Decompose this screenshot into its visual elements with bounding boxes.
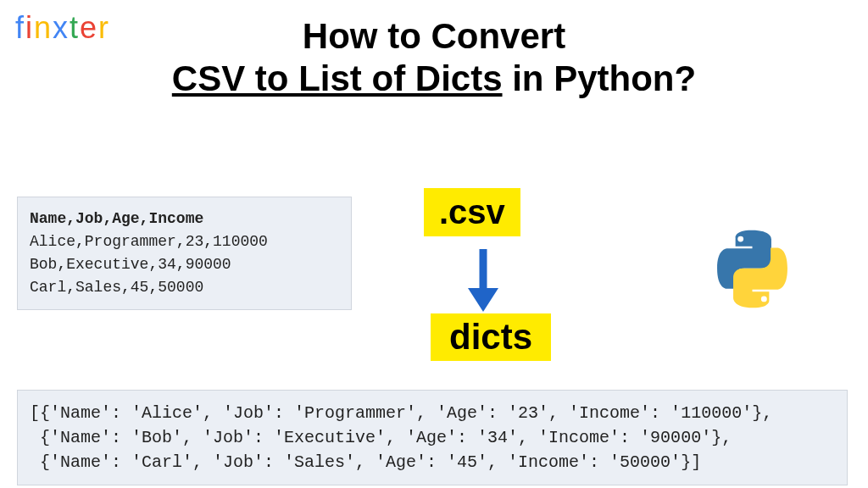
- dicts-badge: dicts: [431, 313, 551, 361]
- output-line: {'Name': 'Carl', 'Job': 'Sales', 'Age': …: [30, 452, 701, 472]
- title-line2: CSV to List of Dicts in Python?: [0, 58, 868, 100]
- page-title: How to Convert CSV to List of Dicts in P…: [0, 15, 868, 101]
- output-line: [{'Name': 'Alice', 'Job': 'Programmer', …: [30, 403, 772, 423]
- csv-header: Name,Job,Age,Income: [30, 208, 339, 230]
- title-highlight: CSV to List of Dicts: [172, 58, 503, 98]
- title-suffix: in Python?: [503, 58, 697, 98]
- arrow-down-icon: [465, 246, 502, 315]
- dicts-output-box: [{'Name': 'Alice', 'Job': 'Programmer', …: [17, 390, 848, 485]
- svg-marker-1: [468, 288, 498, 312]
- csv-row: Bob,Executive,34,90000: [30, 253, 339, 276]
- csv-row: Carl,Sales,45,50000: [30, 276, 339, 299]
- csv-input-box: Name,Job,Age,Income Alice,Programmer,23,…: [17, 197, 352, 310]
- csv-badge: .csv: [424, 188, 520, 236]
- python-logo-icon: [712, 229, 793, 313]
- csv-row: Alice,Programmer,23,110000: [30, 230, 339, 253]
- output-line: {'Name': 'Bob', 'Job': 'Executive', 'Age…: [30, 428, 732, 447]
- title-line1: How to Convert: [0, 15, 868, 58]
